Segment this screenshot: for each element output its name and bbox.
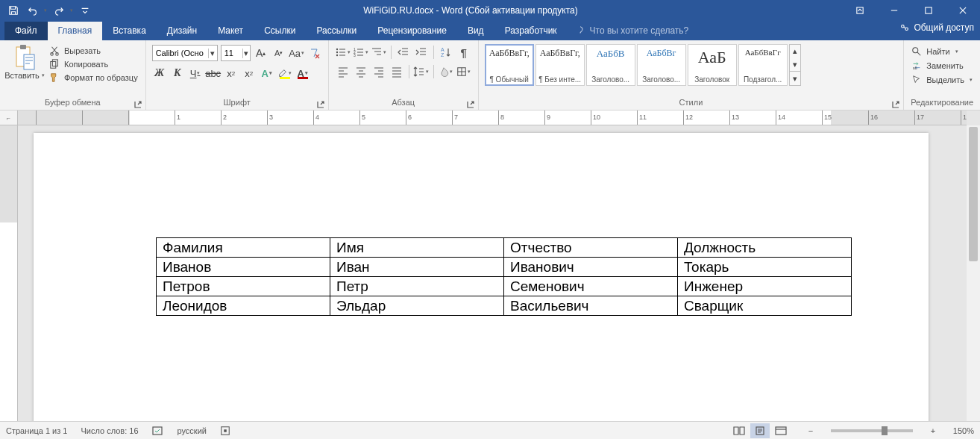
style-item[interactable]: АаБЗаголовок: [688, 44, 737, 86]
borders-icon[interactable]: ▾: [456, 64, 472, 79]
vertical-ruler[interactable]: [0, 125, 18, 421]
launcher-icon[interactable]: [891, 100, 900, 109]
outdent-icon[interactable]: [395, 45, 412, 60]
print-layout-icon[interactable]: [750, 423, 770, 438]
zoom-out-icon[interactable]: −: [804, 426, 817, 435]
maximize-icon[interactable]: [911, 0, 946, 21]
zoom-in-icon[interactable]: +: [926, 426, 940, 435]
table-cell[interactable]: Иван: [330, 258, 504, 277]
table-cell[interactable]: Петров: [157, 277, 330, 296]
paste-button[interactable]: Вставить▾: [6, 43, 43, 96]
cut-button[interactable]: Вырезать: [48, 45, 139, 57]
tab-design[interactable]: Дизайн: [157, 22, 207, 40]
style-item[interactable]: АаБбВвГгПодзагол...: [738, 44, 788, 86]
save-icon[interactable]: [4, 1, 22, 19]
indent-icon[interactable]: [413, 45, 430, 60]
qat-customize-icon[interactable]: [76, 1, 94, 19]
table-cell[interactable]: Инженер: [678, 277, 852, 296]
font-color-icon[interactable]: A▾: [295, 66, 310, 81]
table-header-cell[interactable]: Отчество: [504, 238, 678, 258]
style-item[interactable]: АаБбВЗаголово...: [586, 44, 635, 86]
table-cell[interactable]: Петр: [330, 277, 504, 296]
tab-home[interactable]: Главная: [48, 22, 103, 40]
table-cell[interactable]: Семенович: [504, 277, 678, 296]
change-case-icon[interactable]: Aa▾: [289, 46, 304, 60]
tab-layout[interactable]: Макет: [207, 22, 254, 40]
bold-icon[interactable]: Ж: [152, 66, 167, 81]
word-count[interactable]: Число слов: 16: [81, 426, 138, 435]
table-cell[interactable]: Васильевич: [504, 296, 678, 316]
select-button[interactable]: Выделить▾: [910, 74, 974, 86]
tab-view[interactable]: Вид: [457, 22, 494, 40]
minimize-icon[interactable]: [877, 0, 911, 21]
sort-icon[interactable]: AZ: [438, 45, 454, 60]
table-cell[interactable]: Эльдар: [330, 296, 504, 316]
shrink-font-icon[interactable]: A▾: [271, 46, 286, 60]
proofing-icon[interactable]: [152, 426, 164, 436]
web-layout-icon[interactable]: [771, 423, 791, 438]
show-marks-icon[interactable]: ¶: [456, 45, 472, 60]
table-cell[interactable]: Иванович: [504, 258, 678, 277]
tab-review[interactable]: Рецензирование: [367, 22, 457, 40]
ribbon-options-icon[interactable]: [843, 0, 877, 21]
zoom-level[interactable]: 150%: [953, 426, 974, 435]
subscript-icon[interactable]: x2: [224, 66, 239, 81]
tab-file[interactable]: Файл: [4, 22, 48, 40]
table-header-cell[interactable]: Имя: [330, 238, 504, 258]
tab-refs[interactable]: Ссылки: [254, 22, 306, 40]
shading-icon[interactable]: ▾: [438, 64, 454, 79]
replace-button[interactable]: abЗаменить: [910, 60, 974, 72]
tab-insert[interactable]: Вставка: [102, 22, 157, 40]
clear-format-icon[interactable]: [307, 46, 322, 60]
align-left-icon[interactable]: [335, 64, 351, 79]
styles-scroll[interactable]: ▴▾▾: [789, 44, 801, 86]
style-item[interactable]: АаБбВгЗаголово...: [637, 44, 686, 86]
table-cell[interactable]: Иванов: [157, 258, 330, 277]
redo-icon[interactable]: [50, 1, 68, 19]
find-button[interactable]: Найти▾: [910, 46, 974, 57]
font-name-combo[interactable]: ▾: [152, 45, 218, 61]
format-painter-button[interactable]: Формат по образцу: [48, 72, 139, 84]
page-indicator[interactable]: Страница 1 из 1: [6, 426, 67, 435]
vertical-scrollbar[interactable]: [967, 125, 980, 421]
copy-button[interactable]: Копировать: [48, 58, 139, 70]
strike-icon[interactable]: abc: [206, 66, 221, 81]
table-cell[interactable]: Сварщик: [678, 296, 852, 316]
read-mode-icon[interactable]: [729, 423, 749, 438]
language-indicator[interactable]: русский: [178, 426, 207, 435]
highlight-icon[interactable]: ▾: [277, 66, 292, 81]
horizontal-ruler[interactable]: 12345678910111213141516171819: [18, 110, 967, 125]
share-button[interactable]: Общий доступ: [899, 22, 974, 33]
font-size-combo[interactable]: ▾: [221, 45, 251, 61]
macro-icon[interactable]: [220, 426, 230, 436]
close-icon[interactable]: [946, 0, 980, 21]
style-item[interactable]: АаБбВвГг,¶ Без инте...: [535, 44, 585, 86]
tab-mail[interactable]: Рассылки: [306, 22, 367, 40]
document-table[interactable]: ФамилияИмяОтчествоДолжностьИвановИванИва…: [156, 237, 852, 316]
multilevel-icon[interactable]: ▾: [371, 45, 387, 60]
table-cell[interactable]: Леонидов: [157, 296, 330, 316]
launcher-icon[interactable]: [134, 100, 142, 109]
grow-font-icon[interactable]: A▴: [254, 46, 268, 60]
table-header-cell[interactable]: Фамилия: [157, 238, 330, 258]
style-item[interactable]: АаБбВвГг,¶ Обычный: [485, 44, 534, 86]
align-center-icon[interactable]: [353, 64, 369, 79]
underline-icon[interactable]: Ч▾: [188, 66, 203, 81]
undo-icon[interactable]: [24, 1, 42, 19]
italic-icon[interactable]: К: [170, 66, 185, 81]
tab-dev[interactable]: Разработчик: [494, 22, 568, 40]
launcher-icon[interactable]: [316, 100, 325, 109]
launcher-icon[interactable]: [466, 100, 475, 109]
zoom-slider[interactable]: [831, 429, 913, 432]
table-header-cell[interactable]: Должность: [678, 238, 852, 258]
text-effects-icon[interactable]: A▾: [260, 66, 274, 81]
align-right-icon[interactable]: [371, 64, 387, 79]
bullets-icon[interactable]: ▾: [335, 45, 351, 60]
justify-icon[interactable]: [389, 64, 405, 79]
page[interactable]: ФамилияИмяОтчествоДолжностьИвановИванИва…: [34, 133, 929, 421]
table-cell[interactable]: Токарь: [678, 258, 852, 277]
tell-me[interactable]: Что вы хотите сделать?: [568, 25, 697, 40]
line-spacing-icon[interactable]: ▾: [413, 64, 430, 79]
superscript-icon[interactable]: x2: [242, 66, 257, 81]
numbering-icon[interactable]: 123▾: [353, 45, 369, 60]
